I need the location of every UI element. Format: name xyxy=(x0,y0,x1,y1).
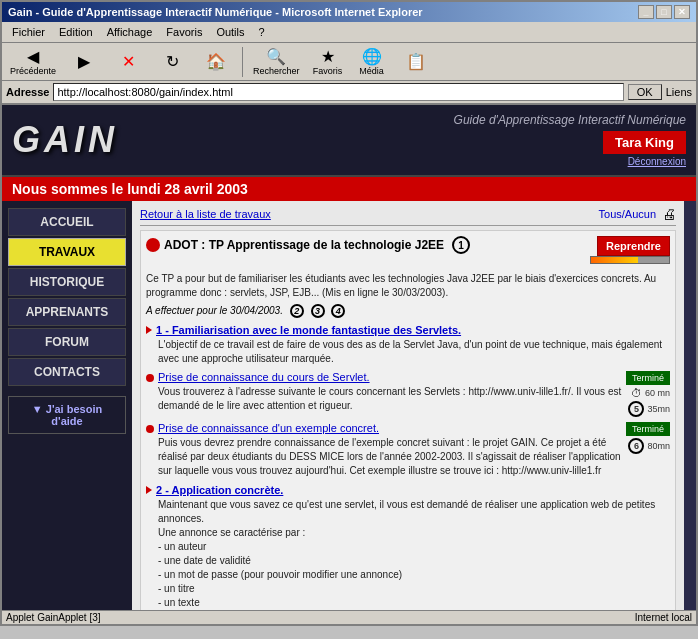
adot-description: Ce TP a pour but de familiariser les étu… xyxy=(146,272,670,300)
time-2: 80mn xyxy=(647,441,670,451)
adot-section: ADOT : TP Apprentissage de la technologi… xyxy=(140,230,676,610)
help-arrow: ▼ xyxy=(32,403,46,415)
home-icon: 🏠 xyxy=(206,52,226,71)
print-icon[interactable]: 🖨 xyxy=(662,206,676,222)
content-area[interactable]: Retour à la liste de travaux Tous/Aucun … xyxy=(132,201,684,610)
logo-area: GAIN xyxy=(12,119,118,161)
toolbar-separator xyxy=(242,47,243,77)
history-button[interactable]: 📋 xyxy=(396,50,436,73)
maximize-button[interactable]: □ xyxy=(656,5,672,19)
clock-icon-1: ⏱ xyxy=(631,387,642,399)
title-bar-buttons: _ □ ✕ xyxy=(638,5,690,19)
nav-contacts[interactable]: CONTACTS xyxy=(8,358,126,386)
nav-historique[interactable]: HISTORIQUE xyxy=(8,268,126,296)
subtitle-user-area: Guide d'Apprentissage Interactif Numériq… xyxy=(454,113,686,167)
section1-title-text[interactable]: 1 - Familiarisation avec le monde fantas… xyxy=(156,324,461,336)
stop-icon: ✕ xyxy=(122,52,135,71)
menu-affichage[interactable]: Affichage xyxy=(101,24,159,40)
status-text: Applet GainApplet [3] xyxy=(6,612,101,623)
triangle-icon xyxy=(146,326,152,334)
nav-travaux[interactable]: TRAVAUX xyxy=(8,238,126,266)
menu-favoris[interactable]: Favoris xyxy=(160,24,208,40)
page-content: GAIN Guide d'Apprentissage Interactif Nu… xyxy=(2,105,696,610)
time-info-1b: 5 35mn xyxy=(628,401,670,417)
browser-window: Gain - Guide d'Apprentissage Interactif … xyxy=(0,0,698,626)
adot-title-area: ADOT : TP Apprentissage de la technologi… xyxy=(146,236,470,254)
date-bar: Nous sommes le lundi 28 avril 2003 xyxy=(2,177,696,201)
course1-desc: Vous trouverez à l'adresse suivante le c… xyxy=(158,385,622,413)
user-name-button[interactable]: Tara King xyxy=(603,131,686,154)
nav-help[interactable]: ▼ J'ai besoin d'aide xyxy=(8,396,126,434)
circle-number-4: 4 xyxy=(331,304,345,318)
links-label: Liens xyxy=(666,86,692,98)
progress-bar-outer xyxy=(590,256,670,264)
forward-button[interactable]: ▶ xyxy=(64,50,104,73)
progress-bar-inner xyxy=(591,257,638,263)
search-label: Rechercher xyxy=(253,66,300,76)
course2-desc: Puis vous devrez prendre connaissance de… xyxy=(158,436,622,478)
back-button[interactable]: ◀ Précédente xyxy=(6,45,60,78)
circle-6: 6 xyxy=(628,438,644,454)
user-info: Tara King Déconnexion xyxy=(454,131,686,167)
go-button[interactable]: OK xyxy=(628,84,662,100)
adot-label: ADOT : TP Apprentissage de la technologi… xyxy=(164,238,444,252)
page-header: GAIN Guide d'Apprentissage Interactif Nu… xyxy=(2,105,696,177)
reprendre-button[interactable]: Reprendre xyxy=(597,236,670,256)
title-bar: Gain - Guide d'Apprentissage Interactif … xyxy=(2,2,696,22)
close-button[interactable]: ✕ xyxy=(674,5,690,19)
course2-title[interactable]: Prise de connaissance d'un exemple concr… xyxy=(158,422,379,434)
menu-edition[interactable]: Edition xyxy=(53,24,99,40)
minimize-button[interactable]: _ xyxy=(638,5,654,19)
adot-bold: ADOT xyxy=(164,238,198,252)
favorites-label: Favoris xyxy=(313,66,343,76)
course-item-1: Prise de connaissance du cours de Servle… xyxy=(146,371,670,417)
section2-desc: Maintenant que vous savez ce qu'est une … xyxy=(158,498,670,610)
help-label: J'ai besoin d'aide xyxy=(46,403,102,427)
section2-title: 2 - Application concrète. xyxy=(146,484,670,496)
star-icon: ★ xyxy=(321,47,335,66)
logo: GAIN xyxy=(12,119,118,161)
stop-button[interactable]: ✕ xyxy=(108,50,148,73)
status-bar: Applet GainApplet [3] Internet local xyxy=(2,610,696,624)
media-button[interactable]: 🌐 Média xyxy=(352,45,392,78)
course2-right: Terminé 6 80mn xyxy=(626,422,670,454)
course1-right: Terminé ⏱ 60 mn 5 35mn xyxy=(626,371,670,417)
home-button[interactable]: 🏠 xyxy=(196,50,236,73)
logo-subtitle: Guide d'Apprentissage Interactif Numériq… xyxy=(454,113,686,127)
history-icon: 📋 xyxy=(406,52,426,71)
menu-bar: Fichier Edition Affichage Favoris Outils… xyxy=(2,22,696,43)
time-info-1a: ⏱ 60 mn xyxy=(631,387,670,399)
sidebar: ACCUEIL TRAVAUX HISTORIQUE APPRENANTS FO… xyxy=(2,201,132,610)
time-1a: 60 mn xyxy=(645,388,670,398)
menu-help[interactable]: ? xyxy=(253,24,271,40)
section1: 1 - Familiarisation avec le monde fantas… xyxy=(146,324,670,478)
nav-apprenants[interactable]: APPRENANTS xyxy=(8,298,126,326)
circle-number-1: 1 xyxy=(452,236,470,254)
select-all-link[interactable]: Tous/Aucun xyxy=(599,208,656,220)
section2-title-text[interactable]: 2 - Application concrète. xyxy=(156,484,283,496)
date-text: Nous sommes le lundi 28 avril 2003 xyxy=(12,181,248,197)
section1-title: 1 - Familiarisation avec le monde fantas… xyxy=(146,324,670,336)
termine-button-1[interactable]: Terminé xyxy=(626,371,670,385)
menu-outils[interactable]: Outils xyxy=(210,24,250,40)
back-link[interactable]: Retour à la liste de travaux xyxy=(140,208,271,220)
time-1b: 35mn xyxy=(647,404,670,414)
circle-number-3: 3 xyxy=(311,304,325,318)
bullet-1 xyxy=(146,374,154,382)
course2-content: Prise de connaissance d'un exemple concr… xyxy=(158,422,622,478)
termine-button-2[interactable]: Terminé xyxy=(626,422,670,436)
refresh-button[interactable]: ↻ xyxy=(152,50,192,73)
refresh-icon: ↻ xyxy=(166,52,179,71)
menu-fichier[interactable]: Fichier xyxy=(6,24,51,40)
select-print-area: Tous/Aucun 🖨 xyxy=(599,206,676,222)
nav-forum[interactable]: FORUM xyxy=(8,328,126,356)
favorites-button[interactable]: ★ Favoris xyxy=(308,45,348,78)
deconnexion-link[interactable]: Déconnexion xyxy=(454,156,686,167)
address-input[interactable] xyxy=(53,83,623,101)
circle-number-2: 2 xyxy=(290,304,304,318)
search-button[interactable]: 🔍 Rechercher xyxy=(249,45,304,78)
course1-title[interactable]: Prise de connaissance du cours de Servle… xyxy=(158,371,370,383)
content-header: Retour à la liste de travaux Tous/Aucun … xyxy=(140,206,676,226)
address-bar: Adresse OK Liens xyxy=(2,81,696,105)
nav-accueil[interactable]: ACCUEIL xyxy=(8,208,126,236)
